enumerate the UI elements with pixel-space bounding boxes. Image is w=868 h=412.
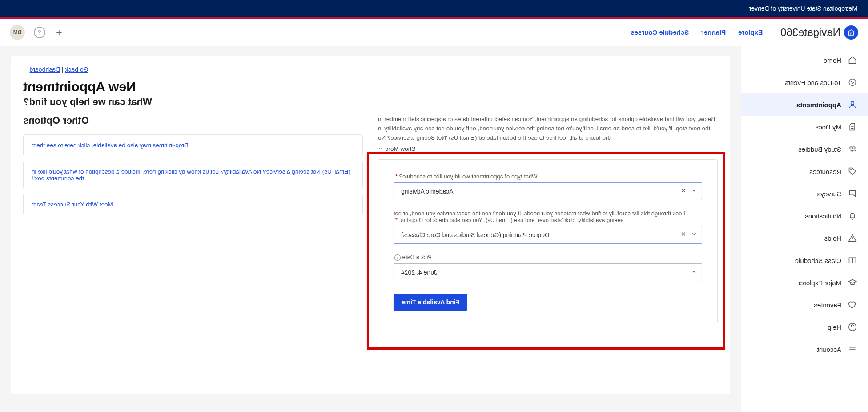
breadcrumb: Go back | Dashboard › [23,66,718,73]
sidebar-item-studybuddies[interactable]: Study Buddies [741,138,868,160]
sidebar-item-mydocs[interactable]: My Docs [741,116,868,138]
question-icon [848,322,857,332]
heart-icon [848,300,857,310]
select-date[interactable]: June 4, 2024 [394,263,702,281]
logo[interactable]: Navigate360 [763,25,858,40]
plus-icon[interactable]: ＋ [54,26,64,39]
chevron-down-icon [691,187,697,195]
svg-point-2 [853,147,855,149]
sidebar-item-home[interactable]: Home [741,49,868,71]
tag-icon [848,166,857,176]
bell-icon [848,211,857,221]
sidebar-item-favorites[interactable]: Favorites [741,294,868,316]
find-available-time-button[interactable]: Find Available Time [394,294,467,311]
sidebar-item-label: Account [817,346,841,353]
people-icon [848,144,857,154]
sidebar-item-notifications[interactable]: Notifications [741,205,868,227]
chevron-down-icon [378,146,383,151]
person-icon [848,100,857,109]
show-more-label: Show More [385,145,415,152]
appointment-form: What type of appointment would you like … [378,159,718,323]
field-appointment-type: What type of appointment would you like … [394,173,702,200]
clear-icon[interactable] [680,231,687,238]
card: Go back | Dashboard › New Appointment Wh… [11,56,730,394]
label-text: Look through this list carefully to find… [394,210,685,223]
cap-icon [848,278,857,287]
option-email-us[interactable]: (Email Us) Not seeing a service? No Avai… [23,161,363,189]
select-service[interactable]: Degree Planning (General Studies and Cor… [394,226,702,244]
select-value: Degree Planning (General Studies and Cor… [398,231,676,238]
svg-point-3 [850,147,852,149]
sidebar-item-label: To-Dos and Events [785,79,841,86]
sidebar-item-label: Notifications [805,212,841,220]
select-value: Academic Advising [398,188,676,195]
sidebar-item-label: My Docs [816,123,841,131]
page-subtitle: What can we help you find? [23,96,718,108]
option-success-team[interactable]: Meet With Your Success Team [23,194,363,215]
label-text: Pick a Date [402,254,432,260]
sidebar-item-label: Favorites [814,301,841,309]
field-service: Look through this list carefully to find… [394,210,702,244]
sidebar: Home To-Dos and Events Appointments My D… [741,46,868,412]
sidebar-item-resources[interactable]: Resources [741,160,868,182]
avatar[interactable]: DM [10,25,25,40]
chevron-down-icon [691,231,697,238]
sidebar-item-label: Class Schedule [795,257,841,264]
svg-point-1 [851,101,854,105]
sidebar-item-label: Major Explorer [798,279,841,287]
home-icon [848,55,857,65]
required-asterisk: * [395,173,398,180]
chevron-down-icon [691,268,697,276]
other-options-title: Other Options [23,115,363,126]
sidebar-item-label: Home [824,57,841,64]
required-asterisk: * [395,217,398,223]
select-value: June 4, 2024 [398,269,687,276]
show-more[interactable]: Show More [378,145,718,152]
clear-icon[interactable] [680,187,687,195]
svg-point-0 [849,79,856,86]
breadcrumb-go-back[interactable]: Go back [65,66,88,73]
sidebar-item-class-schedule[interactable]: Class Schedule [741,249,868,271]
warn-icon [848,233,857,243]
university-name: Metropolitan State University of Denver [749,5,857,12]
breadcrumb-sep: | [62,66,64,73]
doc-icon [848,122,857,132]
field-date: Pick a Date i June 4, 2024 [394,254,702,281]
sidebar-item-label: Appointments [796,101,841,109]
help-icon[interactable]: ? [34,27,45,38]
nav-schedule-courses[interactable]: Schedule Courses [631,28,689,36]
main: Go back | Dashboard › New Appointment Wh… [0,46,741,412]
svg-point-4 [850,169,852,170]
book-icon [848,255,857,265]
product-name: Navigate360 [780,26,840,39]
sidebar-item-help[interactable]: Help [741,316,868,338]
sidebar-item-surveys[interactable]: Surveys [741,182,868,205]
option-link[interactable]: Drop-in times may also be available, cli… [32,142,189,149]
option-link[interactable]: (Email Us) Not seeing a service? No Avai… [32,168,350,182]
sidebar-item-label: Surveys [817,190,841,198]
sidebar-item-todos[interactable]: To-Dos and Events [741,71,868,93]
building-icon [844,25,858,40]
nav-explore[interactable]: Explore [738,28,763,36]
sidebar-item-appointments[interactable]: Appointments [741,93,868,116]
option-link[interactable]: Meet With Your Success Team [32,201,113,208]
sidebar-item-label: Help [828,323,841,331]
info-icon[interactable]: i [394,254,401,261]
check-icon [848,77,857,87]
label-text: What type of appointment would you like … [399,173,538,180]
sidebar-item-account[interactable]: Account [741,338,868,360]
breadcrumb-dashboard[interactable]: Dashboard [30,66,60,73]
burger-icon [848,344,857,354]
select-appointment-type[interactable]: Academic Advising [394,182,702,200]
page-description: Below, you will find available options f… [378,115,718,143]
sidebar-item-label: Study Buddies [798,145,841,153]
top-right: ＋ ? DM [10,25,64,40]
sidebar-item-major-explorer[interactable]: Major Explorer [741,271,868,294]
sidebar-item-label: Holds [824,234,841,242]
option-dropin[interactable]: Drop-in times may also be available, cli… [23,134,363,156]
sidebar-item-label: Resources [809,168,841,175]
chat-icon [848,189,857,198]
sidebar-item-holds[interactable]: Holds [741,227,868,249]
brand-bar: Metropolitan State University of Denver [0,0,868,17]
nav-planner[interactable]: Planner [701,28,726,36]
